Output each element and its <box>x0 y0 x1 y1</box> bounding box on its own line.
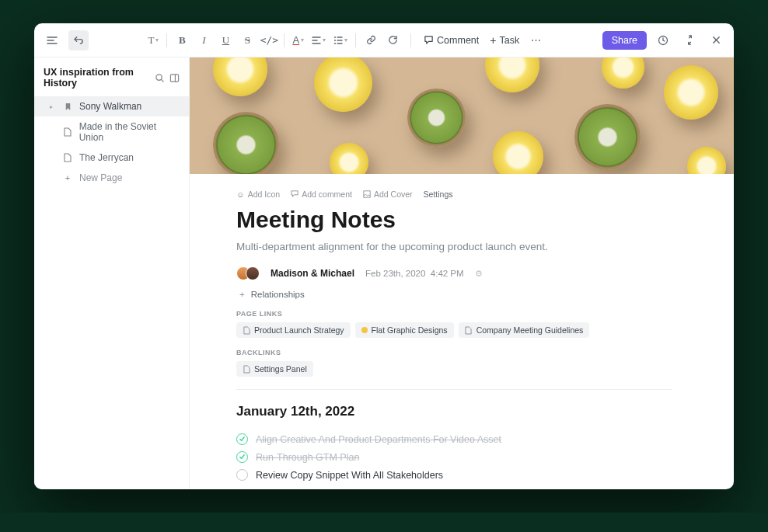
back-button[interactable] <box>68 30 89 50</box>
sidebar-item-soviet[interactable]: Made in the Soviet Union <box>34 116 189 148</box>
backlinks-label: BACKLINKS <box>236 349 672 356</box>
link-button[interactable] <box>361 30 381 50</box>
task-checkbox[interactable] <box>236 433 248 445</box>
task-label: Task <box>499 35 519 46</box>
svg-point-2 <box>334 43 336 44</box>
authors: Madison & Michael <box>271 268 354 279</box>
text-style-dropdown[interactable]: T▾ <box>145 30 162 50</box>
plus-icon: + <box>239 290 245 299</box>
add-comment-button[interactable]: Add comment <box>291 190 352 199</box>
strike-button[interactable]: S <box>237 30 257 50</box>
comment-button[interactable]: Comment <box>419 30 483 51</box>
cover-image[interactable] <box>190 57 734 174</box>
collapse-icon[interactable] <box>679 30 700 50</box>
bookmark-icon <box>62 101 73 112</box>
add-icon-button[interactable]: ☺ Add Icon <box>236 190 280 199</box>
task-text: Align Creative And Product Departments F… <box>256 434 501 445</box>
app-window: T▾ B I U S </> A▾ ▾ ▾ <box>34 23 734 489</box>
more-icon[interactable]: ⋯ <box>525 30 546 50</box>
task-item[interactable]: Run-Through GTM Plan <box>236 448 672 466</box>
task-text: Review Copy Snippet With All Stakeholder… <box>256 470 443 481</box>
svg-point-1 <box>334 40 336 41</box>
doc-icon <box>62 127 73 137</box>
page-date: Feb 23th, 2020 4:42 PM <box>365 269 464 278</box>
italic-button[interactable]: I <box>194 30 214 50</box>
toolbar: T▾ B I U S </> A▾ ▾ ▾ <box>34 23 734 57</box>
text-color-dropdown[interactable]: A▾ <box>289 30 307 50</box>
comment-label: Comment <box>437 35 479 46</box>
avatar <box>246 266 260 280</box>
page-links-label: PAGE LINKS <box>236 310 672 318</box>
doc-icon <box>243 365 250 373</box>
bold-button[interactable]: B <box>172 30 192 50</box>
chevron-right-icon: ▸ <box>50 103 56 110</box>
list-dropdown[interactable]: ▾ <box>330 30 351 50</box>
page-link-chip[interactable]: Flat Graphic Designs <box>355 322 454 338</box>
sidebar: UX inspiration from History ▸ Sony Walkm… <box>34 57 190 489</box>
share-button[interactable]: Share <box>602 31 647 50</box>
main-content: ☺ Add Icon Add comment Add Cover <box>190 57 734 489</box>
search-icon[interactable] <box>155 73 165 83</box>
image-icon <box>363 190 371 198</box>
task-text: Run-Through GTM Plan <box>256 452 359 463</box>
add-cover-button[interactable]: Add Cover <box>363 190 413 199</box>
sidebar-title: UX inspiration from History <box>44 67 155 89</box>
backlinks: Settings Panel <box>236 361 672 377</box>
gear-icon[interactable]: ⚙ <box>475 269 483 279</box>
smile-icon: ☺ <box>236 190 245 199</box>
svg-rect-5 <box>170 74 178 81</box>
history-icon[interactable] <box>653 30 673 50</box>
doc-icon <box>465 326 473 334</box>
new-page-button[interactable]: + New Page <box>34 168 189 188</box>
plus-icon: + <box>62 172 73 183</box>
doc-icon <box>243 326 250 334</box>
task-checkbox[interactable] <box>236 469 248 481</box>
sidebar-item-label: Made in the Soviet Union <box>79 121 181 143</box>
panel-icon[interactable] <box>169 73 180 83</box>
divider <box>236 389 672 390</box>
underline-button[interactable]: U <box>215 30 236 50</box>
task-button[interactable]: + Task <box>485 30 524 51</box>
page-title[interactable]: Meeting Notes <box>236 207 672 233</box>
task-checkbox[interactable] <box>236 451 248 463</box>
comment-icon <box>291 190 298 198</box>
sidebar-item-sony-walkman[interactable]: ▸ Sony Walkman <box>34 96 189 116</box>
close-icon[interactable] <box>706 30 726 50</box>
page-subtitle[interactable]: Multi-department alignment for the upcom… <box>236 241 672 252</box>
svg-point-0 <box>334 37 336 38</box>
doc-icon <box>62 152 73 163</box>
code-button[interactable]: </> <box>259 30 279 50</box>
author-avatars[interactable] <box>236 266 260 280</box>
task-item[interactable]: Review Copy Snippet With All Stakeholder… <box>236 466 672 484</box>
page-link-chip[interactable]: Product Launch Strategy <box>236 322 351 338</box>
color-dot-icon <box>361 327 368 333</box>
new-page-label: New Page <box>79 172 122 183</box>
svg-rect-6 <box>364 191 370 197</box>
meta-row: Madison & Michael Feb 23th, 2020 4:42 PM… <box>236 266 672 280</box>
page-link-chip[interactable]: Company Meeting Guidelines <box>459 322 590 338</box>
align-dropdown[interactable]: ▾ <box>309 30 329 50</box>
page-links: Product Launch Strategy Flat Graphic Des… <box>236 322 672 338</box>
hamburger-icon[interactable] <box>42 30 62 50</box>
task-item[interactable]: Align Creative And Product Departments F… <box>236 430 672 448</box>
relationships-row[interactable]: + Relationships <box>236 290 672 299</box>
refresh-icon[interactable] <box>382 30 403 50</box>
page-settings-button[interactable]: Settings <box>424 190 453 199</box>
date-heading[interactable]: January 12th, 2022 <box>236 404 672 419</box>
sidebar-item-label: The Jerrycan <box>79 152 134 163</box>
sidebar-item-jerrycan[interactable]: The Jerrycan <box>34 148 189 168</box>
backlink-chip[interactable]: Settings Panel <box>236 361 313 377</box>
sidebar-item-label: Sony Walkman <box>79 101 141 112</box>
